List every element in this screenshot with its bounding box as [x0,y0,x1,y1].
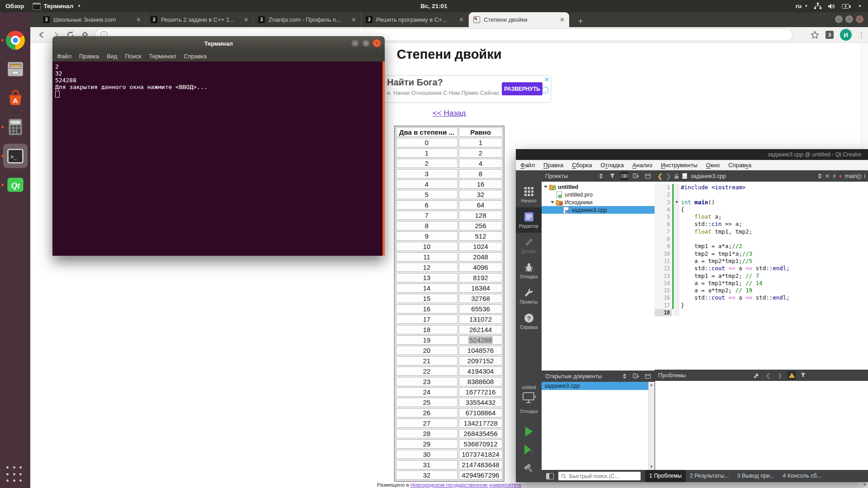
dock-item-qt[interactable]: Qt [0,171,30,198]
dock-item-software[interactable]: A [0,84,30,112]
maximize-button[interactable] [845,15,853,23]
terminal-menu-item[interactable]: Файл [57,53,71,60]
tree-item[interactable]: C++задание3.cpp [542,206,655,214]
activities-button[interactable]: Обзор [5,3,24,9]
close-button[interactable] [373,39,381,47]
scroll-up-icon[interactable] [650,384,653,386]
open-documents-scrollbar[interactable] [648,382,655,470]
new-tab-button[interactable]: + [574,15,587,27]
split-icon[interactable] [632,372,640,380]
show-warnings-icon[interactable]: ! [788,371,796,380]
clock[interactable]: Вс, 21:01 [0,3,868,9]
tab-close-icon[interactable]: ✕ [459,16,464,23]
menu-item[interactable]: Окно [706,162,720,169]
mode-начало[interactable]: Начало [516,182,542,207]
extension-icon[interactable]: 3 [826,31,834,39]
terminal-scrollbar[interactable] [382,61,385,256]
menu-item[interactable]: Отладка [600,162,623,169]
dock-item-terminal[interactable]: >_ [0,142,30,169]
split-icon[interactable] [632,172,640,180]
close-button[interactable] [856,15,863,23]
qtcreator-titlebar[interactable]: задание3.cpp @ untitled - Qt Creator [516,149,868,160]
build-hammer-button[interactable] [516,462,542,474]
browser-tab[interactable]: 3Решить 2 задачи в C++ 1...✕ [146,12,254,27]
dock-item-chrome[interactable] [0,27,30,54]
tree-item[interactable]: Qtuntitled.pro [542,191,655,198]
ad-expand-button[interactable]: РАЗВЕРНУТЬ [502,82,542,95]
sort-icon[interactable] [620,372,628,380]
locator-search[interactable] [558,472,641,480]
mode-отладка[interactable]: Отладка [516,258,542,283]
minimize-button[interactable] [351,39,359,47]
next-item-icon[interactable]: ❯ [776,371,784,380]
open-document-item[interactable]: задание3.cpp [542,382,649,390]
toggle-sidebar-icon[interactable] [546,473,554,479]
code-editor[interactable]: 1#include <iostream>23int main()4{5 floa… [655,182,868,370]
minimize-button[interactable] [835,15,843,23]
browser-tab[interactable]: 3Школьные Знания.com✕ [38,12,146,27]
back-link[interactable]: << Назад [433,109,466,117]
network-icon[interactable] [814,3,821,9]
tab-close-icon[interactable]: ✕ [351,16,356,23]
terminal-output[interactable]: 232524288Для закрытия данного окна нажми… [52,61,385,256]
close-document-icon[interactable]: ✕ [825,173,830,179]
expander-icon[interactable] [550,201,555,203]
terminal-menu-item[interactable]: Вид [107,53,118,60]
menu-item[interactable]: Правка [543,162,563,169]
tab-close-icon[interactable]: ✕ [136,16,141,23]
terminal-titlebar[interactable]: Терминал [52,36,385,51]
mode-проекты[interactable]: Проекты [516,283,542,309]
maximize-button[interactable] [362,39,370,47]
scroll-down-icon[interactable] [863,483,867,486]
ad-info-icon[interactable]: i [542,87,549,94]
menu-item[interactable]: Файл [520,162,535,169]
system-menu-chevron-icon[interactable]: ▼ [858,4,862,8]
tab-close-icon[interactable]: ✕ [560,16,565,23]
dock-item-calculator[interactable] [0,113,30,141]
sort-icon[interactable] [597,172,605,180]
show-applications-icon[interactable] [6,466,24,483]
menu-item[interactable]: Анализ [632,162,652,169]
fold-marker-icon[interactable] [674,199,679,206]
open-file-name[interactable]: задание3.cpp [690,173,726,179]
sort-icon[interactable] [818,174,822,178]
menu-item[interactable]: Сборка [572,162,592,169]
focused-app-menu[interactable]: Терминал ▼ [33,3,81,10]
browser-menu-icon[interactable]: ⋮ [858,34,861,36]
terminal-menu-item[interactable]: Поиск [125,53,141,60]
tab-close-icon[interactable]: ✕ [244,16,249,23]
output-pane-button[interactable]: 2 Результаты... [686,470,733,482]
browser-tab[interactable]: Степени двойки✕ [469,12,569,27]
dock-item-files[interactable] [0,56,30,83]
previous-item-icon[interactable]: ❮ [764,371,772,380]
back-button[interactable] [38,31,46,39]
kit-selector-icon[interactable] [516,392,542,404]
go-forward-icon[interactable]: ❯ [666,173,671,180]
footer-link[interactable]: Новгородском государственном университет… [410,482,522,488]
menu-item[interactable]: Инструменты [661,162,698,169]
terminal-menu-item[interactable]: Правка [79,53,99,60]
bookmark-star-icon[interactable] [811,31,819,39]
scroll-down-icon[interactable] [650,466,653,468]
hash-icon[interactable]: # [833,173,836,179]
expander-icon[interactable] [543,186,548,188]
output-pane-button[interactable]: 1 Проблемы [645,470,686,482]
ad-close-icon[interactable]: ✕ [544,76,549,83]
menu-item[interactable]: Справка [728,162,751,169]
battery-icon[interactable] [842,4,851,9]
run-button[interactable] [516,426,542,437]
locator-input[interactable] [568,473,629,480]
output-pane-button[interactable]: 4 Консоль сб... [778,470,826,482]
filter-icon[interactable] [799,371,807,380]
volume-icon[interactable] [828,3,835,9]
sync-with-editor-icon[interactable] [620,172,628,180]
output-pane-button[interactable]: 3 Вывод при... [733,470,778,482]
close-panel-icon[interactable] [644,372,652,380]
terminal-menu-item[interactable]: Справка [184,53,207,60]
browser-tab[interactable]: 3Решить программу в C+...✕ [361,12,469,27]
tree-item[interactable]: C+Исходники [542,198,655,206]
terminal-menu-item[interactable]: Терминал [149,53,176,60]
go-back-icon[interactable]: ❮ [657,173,663,180]
filter-icon[interactable] [609,172,617,180]
current-symbol[interactable]: main(): i [845,173,865,179]
